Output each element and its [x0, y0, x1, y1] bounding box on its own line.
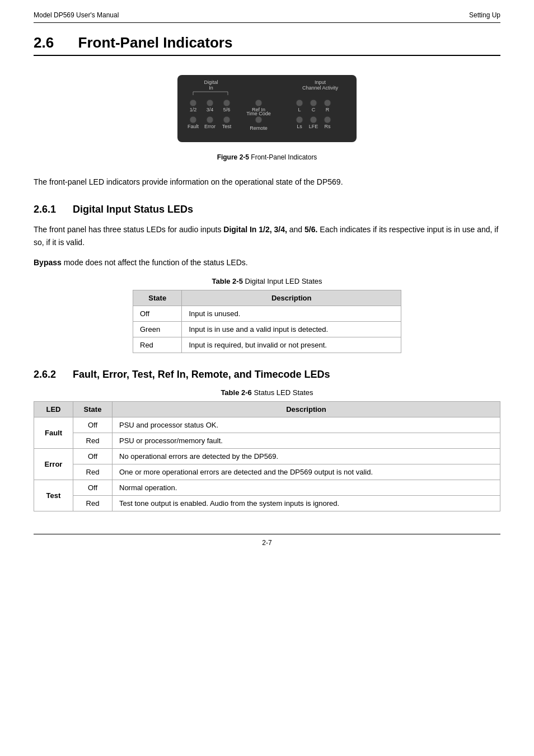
- svg-point-18: [310, 100, 317, 106]
- svg-text:Rs: Rs: [325, 124, 331, 129]
- cell-state: Red: [73, 464, 113, 480]
- cell-desc: Normal operation.: [113, 480, 500, 495]
- table-row: RedTest tone output is enabled. Audio fr…: [34, 495, 500, 511]
- footer-bar: 2-7: [34, 534, 500, 547]
- intro-paragraph: The front-panel LED indicators provide i…: [34, 176, 500, 188]
- svg-text:C: C: [312, 107, 316, 112]
- svg-text:Channel Activity: Channel Activity: [302, 85, 339, 91]
- table2-6-col-desc: Description: [113, 401, 500, 417]
- front-panel-diagram: Digital In Input Channel Activity 1/2 3/…: [172, 69, 362, 148]
- svg-text:Test: Test: [222, 124, 232, 129]
- table-2-5: State Description OffInput is unused.Gre…: [133, 290, 401, 353]
- cell-desc: Input is unused.: [182, 306, 401, 321]
- figure-caption-bold: Figure 2-5: [217, 153, 249, 161]
- cell-state: Red: [73, 495, 113, 511]
- table-row: ErrorOffNo operational errors are detect…: [34, 448, 500, 464]
- svg-point-29: [255, 116, 262, 123]
- svg-text:L: L: [298, 107, 301, 112]
- cell-led: Fault: [34, 417, 73, 448]
- svg-text:In: In: [209, 85, 213, 91]
- table-row: GreenInput is in use and a valid input i…: [133, 321, 401, 337]
- cell-desc: Input is required, but invalid or not pr…: [182, 337, 401, 353]
- table2-5-col-desc: Description: [182, 290, 401, 306]
- page-container: Model DP569 User's Manual Setting Up 2.6…: [0, 0, 534, 756]
- table2-5-title: Table 2-5 Digital Input LED States: [34, 277, 500, 285]
- cell-led: Test: [34, 480, 73, 511]
- svg-text:R: R: [326, 107, 330, 112]
- table2-6-col-state: State: [73, 401, 113, 417]
- svg-point-16: [296, 100, 303, 106]
- svg-text:5/6: 5/6: [223, 107, 231, 112]
- subsection-2-6-2-title: 2.6.2 Fault, Error, Test, Ref In, Remote…: [34, 369, 500, 381]
- header-left: Model DP569 User's Manual: [34, 11, 119, 19]
- body2-end: mode does not affect the function of the…: [62, 258, 248, 267]
- cell-desc: No operational errors are detected by th…: [113, 448, 500, 464]
- section-heading: Front-Panel Indicators: [78, 34, 233, 51]
- svg-point-20: [324, 100, 331, 106]
- body1-mid: and: [287, 225, 305, 234]
- table-row: TestOffNormal operation.: [34, 480, 500, 495]
- body1-text: The front panel has three status LEDs fo…: [34, 225, 223, 234]
- cell-state: Off: [73, 480, 113, 495]
- cell-desc: PSU and processor status OK.: [113, 417, 500, 433]
- cell-led: Error: [34, 448, 73, 480]
- header-bar: Model DP569 User's Manual Setting Up: [34, 11, 500, 23]
- body2-bold: Bypass: [34, 258, 62, 267]
- section-title: 2.6 Front-Panel Indicators: [34, 34, 500, 56]
- table-row: FaultOffPSU and processor status OK.: [34, 417, 500, 433]
- svg-point-26: [223, 116, 230, 123]
- svg-text:LFE: LFE: [309, 124, 318, 129]
- cell-state: Off: [133, 306, 182, 321]
- svg-text:Fault: Fault: [188, 124, 199, 129]
- table-2-6: LED State Description FaultOffPSU and pr…: [34, 401, 500, 511]
- svg-text:Remote: Remote: [250, 125, 268, 131]
- svg-point-8: [190, 100, 196, 106]
- table-row: RedPSU or processor/memory fault.: [34, 433, 500, 448]
- cell-state: Red: [133, 337, 182, 353]
- svg-point-31: [296, 116, 303, 123]
- svg-text:Digital: Digital: [204, 79, 218, 85]
- cell-desc: One or more operational errors are detec…: [113, 464, 500, 480]
- svg-point-10: [207, 100, 213, 106]
- svg-text:1/2: 1/2: [190, 107, 197, 112]
- svg-point-22: [190, 116, 196, 123]
- subsection1-body2: Bypass mode does not affect the function…: [34, 256, 500, 269]
- table-row: RedOne or more operational errors are de…: [34, 464, 500, 480]
- svg-text:Input: Input: [315, 79, 326, 85]
- page-number: 2-7: [262, 539, 271, 547]
- svg-text:Time Code: Time Code: [246, 111, 271, 116]
- subsection-2-6-1-title: 2.6.1 Digital Input Status LEDs: [34, 204, 500, 215]
- cell-desc: Test tone output is enabled. Audio from …: [113, 495, 500, 511]
- table2-5-col-state: State: [133, 290, 182, 306]
- cell-state: Off: [73, 448, 113, 464]
- table-row: RedInput is required, but invalid or not…: [133, 337, 401, 353]
- svg-point-14: [255, 100, 262, 106]
- svg-text:Error: Error: [204, 124, 216, 129]
- body1-bold2: 5/6.: [305, 225, 317, 234]
- table2-6-title: Table 2-6 Status LED States: [34, 388, 500, 397]
- figure-caption-text: Front-Panel Indicators: [249, 153, 317, 161]
- subsection1-body1: The front panel has three status LEDs fo…: [34, 223, 500, 248]
- cell-desc: Input is in use and a valid input is det…: [182, 321, 401, 337]
- table-row: OffInput is unused.: [133, 306, 401, 321]
- svg-point-33: [310, 116, 317, 123]
- svg-text:Ls: Ls: [297, 124, 302, 129]
- body1-bold: Digital In 1/2, 3/4,: [223, 225, 287, 234]
- cell-desc: PSU or processor/memory fault.: [113, 433, 500, 448]
- svg-text:3/4: 3/4: [207, 107, 214, 112]
- diagram-container: Digital In Input Channel Activity 1/2 3/…: [166, 69, 368, 170]
- header-right: Setting Up: [469, 11, 500, 19]
- figure-caption: Figure 2-5 Front-Panel Indicators: [217, 153, 317, 161]
- section-number: 2.6: [34, 34, 54, 51]
- svg-point-12: [223, 100, 230, 106]
- cell-state: Green: [133, 321, 182, 337]
- cell-state: Off: [73, 417, 113, 433]
- cell-state: Red: [73, 433, 113, 448]
- svg-point-35: [324, 116, 331, 123]
- svg-point-24: [207, 116, 213, 123]
- table2-6-col-led: LED: [34, 401, 73, 417]
